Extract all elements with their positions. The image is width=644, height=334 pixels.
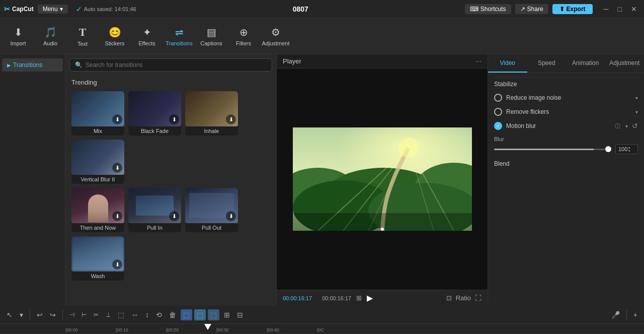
- tool-import[interactable]: ⬇ Import: [2, 19, 34, 53]
- player-controls: 00:00:16:17 00:00:16:17 ⊞ ▶ ⊡ Ratio ⛶: [277, 290, 488, 306]
- play-button[interactable]: ▶: [367, 293, 373, 303]
- tab-animation[interactable]: Animation: [566, 54, 605, 73]
- sidebar-item-transitions[interactable]: ▶ Transitions: [2, 58, 63, 72]
- mic-button[interactable]: 🎤: [609, 309, 622, 320]
- track-1-button[interactable]: ⬚: [194, 309, 206, 320]
- ruler-mark-20: |00:20: [166, 327, 179, 332]
- toolbar-separator-1: [30, 310, 30, 320]
- arrow-icon: ▶: [7, 62, 11, 68]
- main-track-button[interactable]: ⬚: [181, 309, 192, 320]
- redo-button[interactable]: ↪: [47, 309, 58, 320]
- left-sidebar: ▶ Transitions: [0, 54, 65, 306]
- transition-card-then-now[interactable]: ⬇ Then and Now: [71, 188, 124, 232]
- blur-value-display: 100 ▲ ▼: [615, 144, 638, 154]
- transitions-panel: 🔍 Trending ⬇ Mix ⬇ Black Fade ⬇: [65, 54, 277, 306]
- track-2-button[interactable]: ⬚: [208, 309, 219, 320]
- pip-button[interactable]: ⊞: [221, 309, 232, 320]
- transition-card-inhale[interactable]: ⬇ Inhale: [185, 91, 238, 136]
- share-button[interactable]: ↗ Share: [515, 4, 548, 14]
- tool-captions-label: Captions: [200, 40, 222, 46]
- stickers-icon: 😊: [109, 26, 121, 38]
- timeline-ruler: |00:00 |00:10 |00:20 |00:30 |00:40 |0C: [0, 324, 644, 334]
- motion-blur-row: ✓ Motion blur ⓘ ▾ ↺: [494, 119, 638, 133]
- search-input[interactable]: [86, 61, 267, 69]
- transition-card-mix[interactable]: ⬇ Mix: [71, 91, 124, 136]
- download-icon: ⬇: [112, 114, 122, 124]
- tab-video[interactable]: Video: [488, 54, 527, 73]
- delete-button[interactable]: 🗑: [167, 309, 179, 320]
- motion-blur-reset-button[interactable]: ↺: [632, 122, 638, 130]
- tool-stickers[interactable]: 😊 Stickers: [99, 19, 131, 53]
- blur-increment-button[interactable]: ▲: [627, 146, 631, 149]
- ratio-button[interactable]: Ratio: [456, 294, 471, 302]
- text-icon: T: [79, 26, 87, 39]
- tool-transitions[interactable]: ⇌ Transitions: [163, 19, 195, 53]
- split-at-start-button[interactable]: ⊣: [67, 310, 77, 320]
- export-button[interactable]: ⬆ Export: [552, 4, 593, 14]
- blur-label: Blur: [494, 136, 638, 142]
- tool-captions[interactable]: ▤ Captions: [195, 19, 227, 53]
- download-icon: ⬇: [226, 211, 236, 221]
- filters-icon: ⊕: [239, 26, 248, 38]
- rotate-button[interactable]: ⟲: [153, 309, 165, 320]
- tool-audio[interactable]: 🎵 Audio: [34, 19, 66, 53]
- transition-card-black-fade[interactable]: ⬇ Black Fade: [128, 91, 181, 136]
- player-menu-icon[interactable]: ⋯: [475, 58, 481, 65]
- grid-view-button[interactable]: ⊞: [356, 294, 362, 302]
- remove-flickers-toggle[interactable]: [494, 108, 502, 116]
- audio-button[interactable]: ⊟: [234, 309, 246, 320]
- split-button[interactable]: ⊢: [79, 310, 89, 320]
- tool-text[interactable]: T Text: [66, 19, 99, 53]
- blur-slider-section: Blur 100 ▲ ▼: [494, 133, 638, 157]
- select-tool-button[interactable]: ↖: [4, 309, 15, 320]
- transition-card-wash[interactable]: ⬇ Wash: [71, 236, 124, 281]
- timeline-area: |00:00 |00:10 |00:20 |00:30 |00:40 |0C ✎…: [0, 324, 644, 334]
- zoom-in-button[interactable]: +: [631, 309, 640, 320]
- shortcuts-button[interactable]: ⌨ Shortcuts: [465, 4, 511, 14]
- transition-card-pull-in[interactable]: ⬇ Pull In: [128, 188, 181, 232]
- transition-card-vertical-blur[interactable]: ⬇ Vertical Blur II: [71, 140, 124, 184]
- maximize-button[interactable]: □: [615, 4, 625, 14]
- group-button[interactable]: ⬚: [115, 309, 127, 320]
- reduce-noise-toggle[interactable]: [494, 94, 502, 102]
- tool-effects[interactable]: ✦ Effects: [131, 19, 163, 53]
- tool-stickers-label: Stickers: [105, 40, 124, 46]
- tool-filters[interactable]: ⊕ Filters: [227, 19, 260, 53]
- trending-section-title: Trending: [65, 76, 276, 89]
- tool-transitions-label: Transitions: [166, 40, 192, 46]
- tool-adjustment[interactable]: ⚙ Adjustment: [260, 19, 292, 53]
- cut-button[interactable]: ✂: [91, 310, 101, 320]
- blur-slider[interactable]: [494, 149, 611, 150]
- menu-button[interactable]: Menu ▾: [38, 5, 68, 14]
- close-button[interactable]: ✕: [628, 4, 640, 14]
- blur-decrement-button[interactable]: ▼: [627, 149, 631, 153]
- svg-point-12: [398, 138, 419, 158]
- search-icon: 🔍: [75, 61, 83, 69]
- tool-audio-label: Audio: [43, 40, 57, 46]
- main-toolbar: ⬇ Import 🎵 Audio T Text 😊 Stickers ✦ Eff…: [0, 18, 644, 54]
- tab-speed[interactable]: Speed: [527, 54, 567, 73]
- autosave-status: ✓ Auto saved: 14:01:46: [76, 5, 136, 13]
- transition-label-pull-out: Pull Out: [185, 223, 238, 232]
- motion-blur-toggle[interactable]: ✓: [494, 122, 502, 130]
- minimize-button[interactable]: ─: [601, 4, 612, 14]
- transitions-grid-row-2: ⬇ Then and Now ⬇ Pull In ⬇: [65, 186, 276, 283]
- tool-adjustment-label: Adjustment: [262, 40, 289, 46]
- flip-v-button[interactable]: ↕: [143, 309, 151, 320]
- transition-card-pull-out[interactable]: ⬇ Pull Out: [185, 188, 238, 232]
- tool-import-label: Import: [10, 40, 26, 46]
- export-icon: ⬆: [559, 6, 565, 13]
- search-bar[interactable]: 🔍: [69, 58, 272, 72]
- tab-adjustment[interactable]: Adjustment: [605, 54, 645, 73]
- share-icon: ↗: [520, 6, 525, 13]
- player-title: Player: [283, 57, 301, 65]
- fullscreen-button[interactable]: ⛶: [475, 294, 481, 302]
- flip-h-button[interactable]: ↔: [129, 309, 141, 320]
- select-dropdown-button[interactable]: ▾: [17, 309, 26, 320]
- undo-button[interactable]: ↩: [34, 309, 45, 320]
- crop-button[interactable]: ⊡: [446, 294, 452, 302]
- captions-icon: ▤: [207, 26, 216, 38]
- stabilize-button[interactable]: ⊥: [103, 310, 113, 320]
- autosave-icon: ✓: [76, 5, 82, 13]
- ruler-mark-50: |0C: [317, 327, 324, 332]
